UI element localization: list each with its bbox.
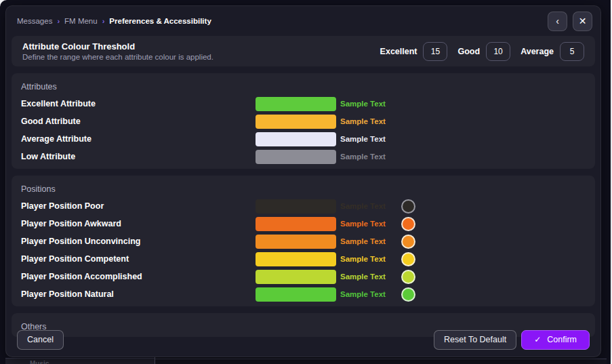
position-dot-swatch [401,235,415,249]
colour-bar[interactable] [256,252,336,266]
background-panel-sliver [155,359,607,364]
section-title: Positions [21,181,586,197]
threshold-fields: Excellent Good Average [380,42,584,61]
row-label: Excellent Attribute [21,99,256,108]
dialog-titlebar: Messages › FM Menu › Preferences & Acces… [6,6,600,36]
attributes-section: Attributes Excellent Attribute Sample Te… [12,73,595,169]
back-button[interactable]: ‹ [548,12,567,31]
sample-text: Sample Text [340,117,396,125]
row-label: Good Attribute [21,117,256,126]
position-row: Player Position Unconvincing Sample Text [21,232,586,250]
colour-bar[interactable] [256,217,336,231]
chevron-left-icon: ‹ [556,16,559,26]
positions-section: Positions Player Position Poor Sample Te… [12,176,595,306]
row-label: Low Attribute [21,152,256,161]
breadcrumb: Messages › FM Menu › Preferences & Acces… [17,17,211,25]
average-threshold-label: Average [521,47,554,56]
row-label: Player Position Accomplished [21,272,256,281]
colour-bar[interactable] [256,97,336,111]
row-label: Player Position Competent [21,254,256,264]
sample-text: Sample Text [340,135,396,143]
reset-to-default-button[interactable]: Reset To Default [434,330,516,350]
position-dot-swatch [401,252,415,266]
breadcrumb-separator-icon: › [57,17,60,25]
background-toolbar-sliver [5,358,155,364]
good-threshold-label: Good [457,47,480,56]
sample-text: Sample Text [340,202,396,210]
sample-text: Sample Text [340,237,396,245]
breadcrumb-item-messages[interactable]: Messages [17,17,52,25]
position-row: Player Position Accomplished Sample Text [21,268,586,285]
average-threshold-input[interactable] [560,42,584,61]
colour-bar[interactable] [256,270,336,284]
sample-text: Sample Text [340,153,396,161]
confirm-button-label: Confirm [547,335,577,344]
cancel-button[interactable]: Cancel [17,330,64,350]
position-row: Player Position Competent Sample Text [21,250,586,268]
breadcrumb-separator-icon: › [102,17,105,25]
background-page-sliver: Music [5,357,607,364]
excellent-threshold-input[interactable] [423,42,447,61]
sample-text: Sample Text [340,290,396,298]
sample-text: Sample Text [340,100,396,108]
check-icon: ✓ [534,335,541,344]
breadcrumb-item-current-page: Preferences & Accessibility [109,17,211,25]
sample-text: Sample Text [340,255,396,263]
excellent-threshold-label: Excellent [380,47,417,56]
window-buttons: ‹ ✕ [548,12,592,31]
app-background: Music Messages › FM Menu › Preferences &… [0,0,611,364]
colour-bar[interactable] [256,199,336,214]
attribute-row: Low Attribute Sample Text [21,148,586,165]
position-dot-swatch [401,199,415,214]
position-dot-swatch [401,270,415,284]
footer-right-buttons: Reset To Default ✓ Confirm [434,330,590,350]
preferences-dialog: Messages › FM Menu › Preferences & Acces… [5,5,601,357]
colour-bar[interactable] [256,115,336,129]
colour-bar[interactable] [256,150,336,164]
position-row: Player Position Awkward Sample Text [21,215,586,232]
row-label: Player Position Poor [21,201,256,211]
close-icon: ✕ [579,16,587,26]
sample-text: Sample Text [340,220,396,228]
colour-bar[interactable] [256,235,336,249]
row-label: Player Position Awkward [21,219,256,228]
position-row: Player Position Natural Sample Text [21,285,586,303]
threshold-title: Attribute Colour Threshold [22,41,213,52]
position-row: Player Position Poor Sample Text [21,197,586,215]
good-threshold-input[interactable] [486,42,510,61]
attribute-row: Excellent Attribute Sample Text [21,95,586,113]
threshold-text-block: Attribute Colour Threshold Define the ra… [22,41,213,61]
row-label: Player Position Unconvincing [21,237,256,246]
colour-bar[interactable] [256,287,336,302]
colour-bar[interactable] [256,132,336,146]
position-dot-swatch [401,287,415,302]
section-title: Attributes [21,79,586,95]
threshold-subtitle: Define the range where each attribute co… [22,53,213,61]
threshold-panel: Attribute Colour Threshold Define the ra… [12,36,595,66]
dialog-footer: Cancel Reset To Default ✓ Confirm [17,329,590,350]
attribute-row: Average Attribute Sample Text [21,130,586,148]
background-clipped-label: Music [30,360,49,364]
position-dot-swatch [401,217,415,231]
close-button[interactable]: ✕ [573,12,592,31]
row-label: Average Attribute [21,134,256,144]
row-label: Player Position Natural [21,289,256,299]
sample-text: Sample Text [340,272,396,281]
attribute-row: Good Attribute Sample Text [21,113,586,130]
breadcrumb-item-fm-menu[interactable]: FM Menu [64,17,98,25]
confirm-button[interactable]: ✓ Confirm [521,330,590,350]
